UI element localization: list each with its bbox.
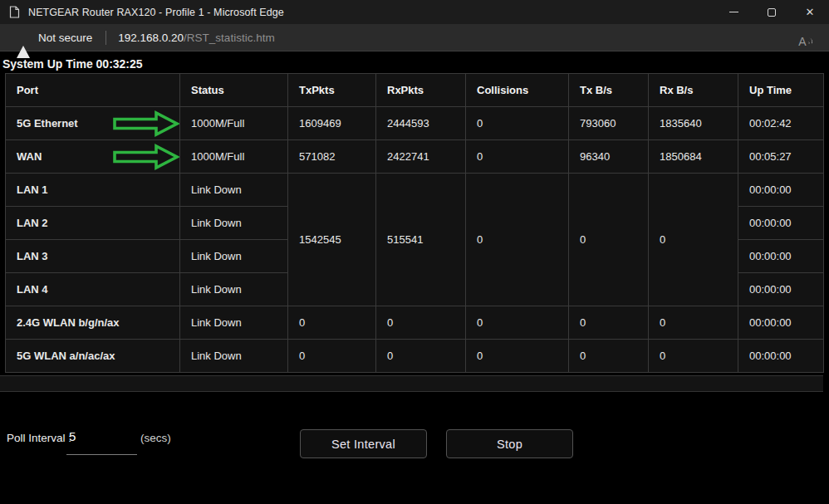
cell-uptime: 00:00:00 bbox=[738, 273, 824, 306]
system-uptime-label: System Up Time bbox=[2, 57, 93, 71]
not-secure-warning-icon[interactable]: ! bbox=[17, 32, 31, 44]
read-aloud-button[interactable]: A bbox=[793, 28, 818, 48]
cell-status: 1000M/Full bbox=[180, 140, 288, 174]
window-controls: ✕ bbox=[714, 0, 829, 24]
green-arrow-icon bbox=[112, 110, 180, 137]
header-rxpkts: RxPkts bbox=[376, 74, 466, 107]
cell-collisions: 0 bbox=[466, 340, 569, 373]
cell-uptime: 00:00:00 bbox=[738, 340, 824, 373]
close-icon: ✕ bbox=[806, 7, 815, 17]
cell-collisions-lan-merged: 0 bbox=[466, 174, 569, 306]
cell-status: Link Down bbox=[180, 273, 288, 306]
url-path: /RST_statistic.htm bbox=[184, 32, 275, 44]
cell-status: Link Down bbox=[180, 340, 288, 373]
table-row: LAN 1 Link Down 1542545 515541 0 0 0 00:… bbox=[6, 174, 824, 207]
set-interval-button[interactable]: Set Interval bbox=[300, 429, 427, 458]
header-rxbs: Rx B/s bbox=[649, 74, 738, 107]
cell-uptime: 00:00:00 bbox=[738, 240, 824, 273]
stop-button[interactable]: Stop bbox=[446, 429, 573, 458]
header-uptime: Up Time bbox=[738, 74, 824, 107]
page-icon bbox=[9, 6, 20, 18]
system-uptime-value: 00:32:25 bbox=[96, 57, 143, 71]
poll-interval-label: Poll Interval : bbox=[7, 432, 71, 444]
cell-status: Link Down bbox=[180, 240, 288, 273]
table-row: 5G WLAN a/n/ac/ax Link Down 0 0 0 0 0 00… bbox=[6, 340, 824, 373]
cell-port: LAN 4 bbox=[6, 273, 180, 306]
cell-collisions: 0 bbox=[466, 107, 569, 140]
address-bar[interactable]: ! Not secure 192.168.0.20/RST_statistic.… bbox=[0, 24, 829, 51]
header-txpkts: TxPkts bbox=[288, 74, 376, 107]
cell-uptime: 00:00:00 bbox=[738, 306, 824, 340]
cell-rxbs: 1850684 bbox=[649, 140, 738, 174]
table-row: WAN 1000M/Full 571082 2422741 0 96340 18… bbox=[6, 140, 824, 174]
cell-txpkts: 0 bbox=[288, 340, 376, 373]
cell-txbs: 0 bbox=[569, 340, 649, 373]
maximize-icon bbox=[768, 8, 776, 17]
close-button[interactable]: ✕ bbox=[791, 0, 829, 24]
cell-rxpkts: 0 bbox=[376, 340, 466, 373]
poll-interval-unit: (secs) bbox=[140, 432, 171, 444]
cell-uptime: 00:00:00 bbox=[738, 207, 824, 240]
security-status-label[interactable]: Not secure bbox=[38, 32, 92, 44]
green-arrow-icon bbox=[112, 144, 180, 170]
header-collisions: Collisions bbox=[466, 74, 569, 107]
url-field[interactable]: 192.168.0.20/RST_statistic.htm bbox=[118, 32, 274, 44]
cell-port: 2.4G WLAN b/g/n/ax bbox=[6, 306, 180, 340]
cell-txpkts: 0 bbox=[288, 306, 376, 340]
maximize-button[interactable] bbox=[753, 0, 791, 24]
read-aloud-icon: A bbox=[798, 36, 806, 48]
cell-rxbs: 0 bbox=[649, 340, 738, 373]
url-host: 192.168.0.20 bbox=[118, 32, 184, 44]
header-port: Port bbox=[6, 74, 180, 107]
cell-rxpkts: 2422741 bbox=[376, 140, 466, 174]
cell-txbs-lan-merged: 0 bbox=[569, 174, 649, 306]
cell-rxbs: 0 bbox=[649, 306, 738, 340]
header-txbs: Tx B/s bbox=[569, 74, 649, 107]
cell-status: Link Down bbox=[180, 174, 288, 207]
cell-txbs: 793060 bbox=[569, 107, 649, 140]
url-separator bbox=[105, 31, 106, 45]
cell-port: 5G WLAN a/n/ac/ax bbox=[6, 340, 180, 373]
header-status: Status bbox=[180, 74, 288, 107]
cell-uptime: 00:02:42 bbox=[738, 107, 824, 140]
cell-rxpkts: 2444593 bbox=[376, 107, 466, 140]
cell-txpkts-lan-merged: 1542545 bbox=[288, 174, 376, 306]
window-titlebar: NETGEAR Router RAX120 - Profile 1 - Micr… bbox=[0, 0, 829, 24]
window-title: NETGEAR Router RAX120 - Profile 1 - Micr… bbox=[28, 7, 284, 18]
cell-rxpkts: 0 bbox=[376, 306, 466, 340]
port-statistics-table: Port Status TxPkts RxPkts Collisions Tx … bbox=[5, 73, 824, 373]
cell-port: LAN 2 bbox=[6, 207, 180, 240]
cell-txpkts: 571082 bbox=[288, 140, 376, 174]
cell-port: LAN 1 bbox=[6, 174, 180, 207]
cell-rxbs: 1835640 bbox=[649, 107, 738, 140]
cell-port: LAN 3 bbox=[6, 240, 180, 273]
cell-status: Link Down bbox=[180, 306, 288, 340]
cell-collisions: 0 bbox=[466, 306, 569, 340]
table-header-row: Port Status TxPkts RxPkts Collisions Tx … bbox=[6, 74, 824, 107]
minimize-icon bbox=[729, 12, 738, 12]
cell-port: 5G Ethernet bbox=[6, 107, 180, 140]
cell-txbs: 0 bbox=[569, 306, 649, 340]
system-uptime: System Up Time 00:32:25 bbox=[2, 57, 143, 71]
table-footer-spacer bbox=[0, 375, 823, 392]
cell-status: 1000M/Full bbox=[180, 107, 288, 140]
poll-interval-input[interactable] bbox=[66, 425, 137, 455]
cell-collisions: 0 bbox=[466, 140, 569, 174]
cell-uptime: 00:05:27 bbox=[738, 140, 824, 174]
cell-txbs: 96340 bbox=[569, 140, 649, 174]
cell-status: Link Down bbox=[180, 207, 288, 240]
cell-uptime: 00:00:00 bbox=[738, 174, 824, 207]
cell-rxbs-lan-merged: 0 bbox=[649, 174, 738, 306]
cell-port: WAN bbox=[6, 140, 180, 174]
table-row: 2.4G WLAN b/g/n/ax Link Down 0 0 0 0 0 0… bbox=[6, 306, 824, 340]
table-row: 5G Ethernet 1000M/Full 1609469 2444593 0… bbox=[6, 107, 824, 140]
cell-txpkts: 1609469 bbox=[288, 107, 376, 140]
cell-rxpkts-lan-merged: 515541 bbox=[376, 174, 466, 306]
minimize-button[interactable] bbox=[714, 0, 753, 24]
